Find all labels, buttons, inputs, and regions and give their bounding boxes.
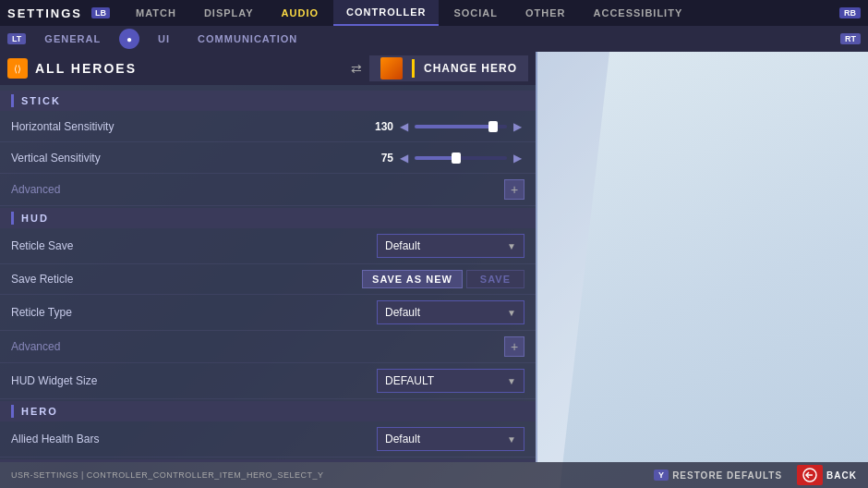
horizontal-sensitivity-label: Horizontal Sensitivity xyxy=(11,120,368,133)
reticle-save-dropdown[interactable]: Default ▼ xyxy=(377,234,524,258)
reticle-save-label: Reticle Save xyxy=(11,239,377,252)
vertical-left-arrow[interactable]: ◀ xyxy=(397,152,411,165)
lt-badge: LT xyxy=(7,33,26,44)
hud-plus-icon: + xyxy=(511,339,518,354)
vertical-slider-thumb[interactable] xyxy=(452,152,461,164)
tab-controller[interactable]: CONTROLLER xyxy=(333,0,439,26)
horizontal-slider-track[interactable] xyxy=(415,125,507,128)
hero-icon-symbol: ⟨⟩ xyxy=(14,64,21,74)
reticle-type-value: Default xyxy=(385,306,507,319)
restore-label: RESTORE DEFAULTS xyxy=(672,470,782,481)
tab-audio[interactable]: AUDIO xyxy=(269,0,332,26)
vertical-sensitivity-control: 75 ◀ ▶ xyxy=(368,152,524,165)
horizontal-sensitivity-value: 130 xyxy=(368,120,393,133)
rt-badge: RT xyxy=(840,33,861,44)
reticle-save-arrow: ▼ xyxy=(507,241,516,251)
hud-widget-value: DEFAULT xyxy=(385,374,507,387)
reticle-save-value: Default xyxy=(385,239,507,252)
hero-bar: ⟨⟩ ALL HEROES ⇄ CHANGE HERO xyxy=(0,52,536,85)
save-as-new-button[interactable]: SAVE AS NEW xyxy=(362,270,463,288)
change-hero-label: CHANGE HERO xyxy=(424,62,517,75)
allied-health-arrow: ▼ xyxy=(507,434,516,445)
restore-badge: Y xyxy=(654,470,669,481)
horizontal-slider-fill xyxy=(415,125,493,128)
hero-gold-divider xyxy=(412,59,415,78)
lb-badge: LB xyxy=(91,7,110,18)
tab-accessibility[interactable]: ACCESSIBILITY xyxy=(581,0,696,26)
horizontal-slider-thumb[interactable] xyxy=(488,121,498,132)
hud-widget-arrow: ▼ xyxy=(507,376,516,386)
section-hero: HERO xyxy=(0,401,536,421)
horizontal-left-arrow[interactable]: ◀ xyxy=(397,120,411,133)
vertical-sensitivity-row: Vertical Sensitivity 75 ◀ ▶ xyxy=(0,142,536,174)
hud-advanced-row: Advanced + xyxy=(0,331,536,363)
tab-match[interactable]: MATCH xyxy=(123,0,189,26)
hud-advanced-expand[interactable]: + xyxy=(504,336,524,357)
plus-icon: + xyxy=(511,182,518,197)
stick-advanced-label: Advanced xyxy=(11,183,504,196)
back-label: BACK xyxy=(826,470,857,481)
reticle-type-row: Reticle Type Default ▼ xyxy=(0,295,536,331)
vertical-slider-fill xyxy=(415,156,456,160)
tab-other[interactable]: OTHER xyxy=(512,0,579,26)
stick-advanced-expand[interactable]: + xyxy=(504,179,524,200)
top-nav: SETTINGS LB MATCH DISPLAY AUDIO CONTROLL… xyxy=(0,0,868,26)
allied-health-dropdown[interactable]: Default ▼ xyxy=(377,427,524,451)
reticle-type-arrow: ▼ xyxy=(507,308,516,318)
sub-nav: LT GENERAL ● UI COMMUNICATION RT xyxy=(0,26,868,52)
reticle-type-label: Reticle Type xyxy=(11,306,377,319)
hero-name: ALL HEROES xyxy=(35,61,344,76)
tab-display[interactable]: DISPLAY xyxy=(191,0,267,26)
vertical-sensitivity-value: 75 xyxy=(368,152,393,165)
section-stick-label: STICK xyxy=(21,95,61,106)
allied-health-label: Allied Health Bars xyxy=(11,433,377,445)
right-panel xyxy=(537,52,868,462)
allied-health-row: Allied Health Bars Default ▼ xyxy=(0,421,536,458)
restore-defaults-button[interactable]: Y RESTORE DEFAULTS xyxy=(654,470,782,481)
section-hud-label: HUD xyxy=(21,213,49,224)
horizontal-right-arrow[interactable]: ▶ xyxy=(511,120,524,133)
save-reticle-row: Save Reticle SAVE AS NEW SAVE xyxy=(0,264,536,295)
change-hero-button[interactable]: CHANGE HERO xyxy=(369,55,528,81)
reticle-type-dropdown[interactable]: Default ▼ xyxy=(377,300,524,324)
bottom-bar: USR-SETTINGS | CONTROLLER_CONTROLLER_ITE… xyxy=(0,462,868,488)
back-icon xyxy=(797,465,823,485)
bg-decorative-shape xyxy=(554,52,868,488)
subtab-ui[interactable]: UI xyxy=(145,26,183,52)
save-button[interactable]: SAVE xyxy=(466,270,524,288)
hud-widget-dropdown[interactable]: DEFAULT ▼ xyxy=(377,369,524,393)
subtab-general[interactable]: GENERAL xyxy=(31,26,114,52)
hud-widget-label: HUD Widget Size xyxy=(11,374,377,387)
settings-content: STICK Horizontal Sensitivity 130 ◀ ▶ Ver… xyxy=(0,85,536,462)
hero-swap-icon[interactable]: ⇄ xyxy=(351,61,362,76)
sub-nav-circle: ● xyxy=(119,29,139,49)
vertical-right-arrow[interactable]: ▶ xyxy=(511,152,524,165)
hero-thumbnail xyxy=(380,57,403,79)
horizontal-sensitivity-control: 130 ◀ ▶ xyxy=(368,120,524,133)
save-reticle-label: Save Reticle xyxy=(11,273,362,286)
section-hud: HUD xyxy=(0,208,536,228)
hud-widget-row: HUD Widget Size DEFAULT ▼ xyxy=(0,363,536,399)
settings-panel: ⟨⟩ ALL HEROES ⇄ CHANGE HERO STICK Horizo… xyxy=(0,52,536,462)
bottom-actions: Y RESTORE DEFAULTS BACK xyxy=(654,465,857,485)
vertical-slider-track[interactable] xyxy=(415,156,507,160)
bottom-hint-text: USR-SETTINGS | CONTROLLER_CONTROLLER_ITE… xyxy=(11,470,654,480)
subtab-communication[interactable]: COMMUNICATION xyxy=(185,26,310,52)
tab-social[interactable]: SOCIAL xyxy=(440,0,511,26)
section-hero-label: HERO xyxy=(21,406,58,417)
section-stick: STICK xyxy=(0,91,536,111)
allied-health-value: Default xyxy=(385,433,507,445)
settings-title: SETTINGS xyxy=(7,6,82,20)
horizontal-sensitivity-row: Horizontal Sensitivity 130 ◀ ▶ xyxy=(0,111,536,142)
reticle-save-row: Reticle Save Default ▼ xyxy=(0,228,536,264)
stick-advanced-row: Advanced + xyxy=(0,174,536,206)
back-button[interactable]: BACK xyxy=(797,465,857,485)
hud-advanced-label: Advanced xyxy=(11,340,504,353)
vertical-sensitivity-label: Vertical Sensitivity xyxy=(11,152,368,165)
rb-badge: RB xyxy=(839,7,861,18)
hero-icon: ⟨⟩ xyxy=(7,58,28,79)
main-area: ⟨⟩ ALL HEROES ⇄ CHANGE HERO STICK Horizo… xyxy=(0,52,868,462)
